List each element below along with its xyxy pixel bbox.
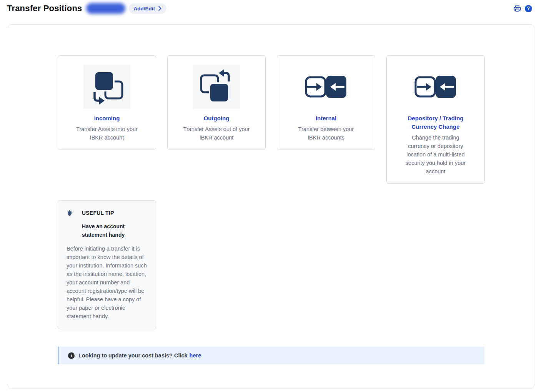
banner-text: Looking to update your cost basis? Click [78,352,188,359]
transfer-option-card-outgoing[interactable]: Outgoing Transfer Assets out of your IBK… [167,55,266,150]
header-actions: ? [513,5,532,12]
page-title: Transfer Positions [7,3,82,13]
add-edit-button[interactable]: Add/Edit [129,3,167,14]
incoming-transfer-icon [83,65,130,109]
card-title: Incoming [64,114,150,123]
cost-basis-banner: i Looking to update your cost basis? Cli… [58,347,484,364]
print-button[interactable] [513,5,521,12]
depository-currency-change-icon [412,65,459,109]
help-icon: ? [525,5,532,12]
help-button[interactable]: ? [525,5,532,12]
internal-transfer-icon [303,65,349,109]
card-description: Transfer Assets into your IBKR account [73,125,141,142]
transfer-option-card-depository-currency-change[interactable]: Depository / Trading Currency Change Cha… [386,55,485,184]
card-description: Transfer between your IBKR accounts [292,125,360,142]
useful-tip-box: USEFUL TIP Have an account statement han… [58,200,156,329]
printer-icon [513,5,521,12]
tip-body: Before initiating a transfer it is impor… [67,244,148,321]
card-description: Transfer Assets out of your IBKR account [182,125,251,142]
content-panel: Incoming Transfer Assets into your IBKR … [8,24,534,389]
transfer-option-card-incoming[interactable]: Incoming Transfer Assets into your IBKR … [58,55,156,150]
page-header: Transfer Positions Add/Edit ? [0,0,539,17]
tip-heading: USEFUL TIP [82,210,114,216]
transfer-option-card-internal[interactable]: Internal Transfer between your IBKR acco… [277,55,375,150]
add-edit-label: Add/Edit [134,6,155,12]
card-title: Internal [283,114,369,123]
outgoing-transfer-icon [193,65,240,109]
transfer-options-row: Incoming Transfer Assets into your IBKR … [58,55,534,184]
info-icon: i [68,352,75,359]
card-description: Change the trading currency or depositor… [401,133,470,176]
tip-header: USEFUL TIP [67,210,150,216]
card-title: Outgoing [174,114,259,123]
card-title: Depository / Trading Currency Change [405,114,466,131]
account-badge-redacted[interactable] [86,3,125,14]
tip-icon [67,210,73,216]
chevron-right-icon [158,6,161,11]
tip-subheading: Have an account statement handy [82,222,133,239]
cost-basis-link[interactable]: here [190,352,201,359]
